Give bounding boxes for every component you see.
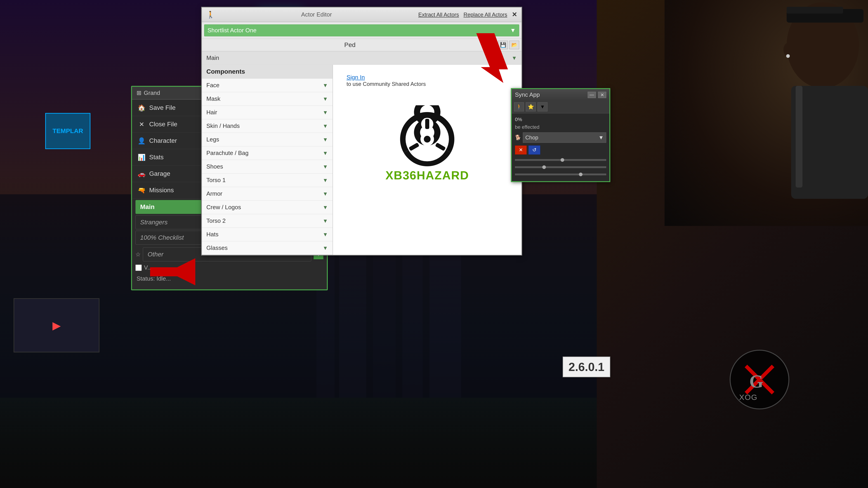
sync-be-effected: be effected <box>515 124 606 130</box>
character-right <box>597 0 868 488</box>
torso2-row[interactable]: Torso 2 ▼ <box>202 214 333 228</box>
panel-title: Grand <box>144 90 160 96</box>
slider-1[interactable] <box>515 159 606 161</box>
other-star-icon: ☆ <box>135 251 141 258</box>
hats-chevron: ▼ <box>322 231 328 238</box>
components-panel: Components Face ▼ Mask ▼ Hair ▼ Skin / H… <box>202 65 333 255</box>
hair-row[interactable]: Hair ▼ <box>202 106 333 119</box>
sync-tool-arrow[interactable]: ▼ <box>537 102 548 111</box>
chop-dropdown[interactable]: Chop ▼ <box>523 132 606 143</box>
slider-3-container <box>515 171 606 178</box>
glasses-label: Glasses <box>206 245 228 252</box>
character-icon: 👤 <box>137 137 146 145</box>
slider-2[interactable] <box>515 166 606 168</box>
svg-text:XOG: XOG <box>739 393 758 401</box>
sync-pct-row: 0% <box>515 117 606 123</box>
logo-text: XB36HAZARD <box>385 168 469 182</box>
hair-chevron: ▼ <box>322 109 328 116</box>
components-header: Components <box>202 65 333 78</box>
slider-1-container <box>515 156 606 164</box>
version-number: 2.6.0.1 <box>568 360 604 373</box>
chop-row: 🐕 Chop ▼ <box>515 132 606 143</box>
templar-text: TEMPLAR <box>53 127 83 135</box>
sync-app-titlebar: Sync App — ✕ <box>512 89 610 101</box>
close-file-label: Close File <box>149 121 177 128</box>
templar-badge: TEMPLAR <box>45 113 90 149</box>
shoes-label: Shoes <box>206 163 223 170</box>
svg-point-26 <box>424 136 431 142</box>
svg-marker-20 <box>476 33 508 83</box>
checkbox-input[interactable] <box>135 265 142 271</box>
panel-icon: ⊞ <box>136 90 142 96</box>
red-arrow-annotation-right <box>458 33 513 83</box>
actor-editor: 🚶 Actor Editor Extract All Actors Replac… <box>201 7 522 256</box>
sync-red-x-button[interactable]: ✕ <box>515 145 527 155</box>
svg-rect-19 <box>150 267 177 276</box>
legs-row[interactable]: Legs ▼ <box>202 133 333 147</box>
sign-in-link[interactable]: Sign In <box>346 74 365 81</box>
hats-label: Hats <box>206 231 218 238</box>
slider-2-thumb <box>542 165 546 169</box>
stats-icon: 📊 <box>137 153 146 161</box>
titlebar-actions: Extract All Actors Replace All Actors ✕ <box>418 11 517 18</box>
slider-1-thumb <box>561 158 564 162</box>
armor-label: Armor <box>206 190 222 197</box>
face-row[interactable]: Face ▼ <box>202 78 333 92</box>
character-face <box>664 0 868 226</box>
garage-label: Garage <box>149 170 170 177</box>
play-icon: ▶ <box>53 319 61 332</box>
hats-row[interactable]: Hats ▼ <box>202 228 333 241</box>
slider-3[interactable] <box>515 173 606 175</box>
sync-close-button[interactable]: ✕ <box>598 92 606 98</box>
legs-label: Legs <box>206 136 219 143</box>
torso2-chevron: ▼ <box>322 218 328 224</box>
sync-minimize-button[interactable]: — <box>588 92 596 98</box>
skin-chevron: ▼ <box>322 123 328 129</box>
sync-tool-1[interactable]: 🚶 <box>514 102 524 111</box>
xg-logo-svg: G XOG <box>728 348 791 411</box>
hair-label: Hair <box>206 109 217 116</box>
crew-logos-row[interactable]: Crew / Logos ▼ <box>202 201 333 214</box>
checkbox-row: V... <box>132 263 327 272</box>
torso2-label: Torso 2 <box>206 217 225 224</box>
extract-all-link[interactable]: Extract All Actors <box>418 11 459 18</box>
legs-chevron: ▼ <box>322 136 328 143</box>
shoes-chevron: ▼ <box>322 164 328 170</box>
sync-action-row: ✕ ↺ <box>515 145 606 155</box>
biohazard-logo <box>393 105 461 173</box>
face-label: Face <box>206 82 219 89</box>
shortlist-arrow: ▼ <box>510 27 516 34</box>
main-container: TEMPLAR ▶ ⊞ Grand 🏠 Save File ↺ ✕ Close … <box>0 0 868 488</box>
version-badge: 2.6.0.1 <box>563 357 610 377</box>
svg-point-17 <box>786 54 790 58</box>
garage-icon: 🚗 <box>137 170 146 178</box>
stats-label: Stats <box>149 154 164 161</box>
mask-row[interactable]: Mask ▼ <box>202 92 333 106</box>
glasses-row[interactable]: Glasses ▼ <box>202 241 333 255</box>
parachute-row[interactable]: Parachute / Bag ▼ <box>202 147 333 160</box>
chop-label: Chop <box>525 134 538 141</box>
sync-tool-star[interactable]: ⭐ <box>526 102 536 111</box>
glasses-chevron: ▼ <box>322 245 328 251</box>
armor-row[interactable]: Armor ▼ <box>202 187 333 201</box>
crew-chevron: ▼ <box>322 204 328 210</box>
sync-percentage: 0% <box>515 117 526 123</box>
skin-hands-row[interactable]: Skin / Hands ▼ <box>202 119 333 133</box>
chop-icon: 🐕 <box>515 135 521 140</box>
skin-hands-label: Skin / Hands <box>206 123 240 129</box>
shortlist-label: Shortlist Actor One <box>208 27 256 34</box>
character-svg <box>664 0 868 226</box>
parachute-chevron: ▼ <box>322 150 328 156</box>
torso1-row[interactable]: Torso 1 ▼ <box>202 173 333 187</box>
actor-editor-titlebar: 🚶 Actor Editor Extract All Actors Replac… <box>202 7 522 22</box>
titlebar-walk-icon: 🚶 <box>206 11 215 19</box>
sync-refresh-button[interactable]: ↺ <box>528 145 540 155</box>
replace-all-link[interactable]: Replace All Actors <box>464 11 507 18</box>
editor-body: Components Face ▼ Mask ▼ Hair ▼ Skin / H… <box>202 65 522 255</box>
mask-label: Mask <box>206 95 220 102</box>
missions-label: Missions <box>149 187 174 194</box>
slider-2-container <box>515 164 606 171</box>
svg-rect-14 <box>791 86 868 199</box>
shoes-row[interactable]: Shoes ▼ <box>202 160 333 173</box>
editor-close-button[interactable]: ✕ <box>512 11 517 18</box>
